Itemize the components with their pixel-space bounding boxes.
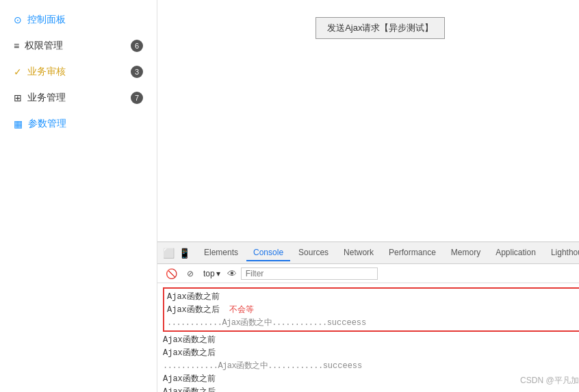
filter-input[interactable] [241,267,378,280]
success-text-6: succeess [323,361,363,371]
highlighted-console-group: Ajax函数之前 Ajax函数之后 不会等 ............Ajax函数… [163,287,579,332]
sidebar-label-params: 参数管理 [28,118,143,130]
dotted-text-6: ............Ajax函数之中............ [163,361,323,371]
permissions-badge: 6 [131,40,143,52]
not-wait-text: 不会等 [229,305,254,315]
console-line-3: ............Ajax函数之中............succeess [167,316,579,329]
sidebar-label-dashboard: 控制面板 [27,14,143,26]
console-line-2: Ajax函数之后 不会等 [167,303,579,316]
tab-elements[interactable]: Elements [197,245,245,261]
tab-performance[interactable]: Performance [382,245,443,261]
tab-application[interactable]: Application [489,245,543,261]
main-content: 发送Ajax请求【异步测试】 [157,0,579,241]
tab-lighthouse[interactable]: Lighthouse [544,245,579,261]
devtools-panel: ⬜ 📱 Elements Console Sources Network Per… [157,241,579,392]
console-line-8: Ajax函数之后 [163,385,579,392]
devtools-tabs-bar: ⬜ 📱 Elements Console Sources Network Per… [157,242,579,264]
audit-badge: 3 [131,66,143,78]
console-line-6: ............Ajax函数之中............succeess [163,359,579,372]
business-icon: ⊞ [14,92,22,103]
console-line-4: Ajax函数之前 [163,333,579,346]
sidebar-label-permissions: 权限管理 [25,40,131,52]
params-icon: ▦ [14,118,23,129]
top-label: top [203,269,215,278]
stop-icon[interactable]: ⊘ [184,267,196,280]
console-line-5: Ajax函数之后 [163,346,579,359]
eye-icon[interactable]: 👁 [227,268,237,279]
console-line-7: Ajax函数之前 [163,372,579,385]
tab-console[interactable]: Console [246,245,290,261]
devtools-icon-device[interactable]: 📱 [179,248,190,259]
dashboard-icon: ⊙ [14,14,22,25]
sidebar-item-dashboard[interactable]: ⊙ 控制面板 [0,7,157,33]
console-line-1: Ajax函数之前 [167,290,579,303]
sidebar: ⊙ 控制面板 ≡ 权限管理 6 ✓ 业务审核 3 ⊞ 业务管理 7 ▦ 参数管理 [0,0,157,392]
ajax-button-wrapper: 发送Ajax请求【异步测试】 [171,14,579,39]
devtools-toolbar: 🚫 ⊘ top ▾ 👁 [157,264,579,283]
sidebar-item-permissions[interactable]: ≡ 权限管理 6 [0,33,157,59]
sidebar-label-audit: 业务审核 [27,66,131,78]
context-selector[interactable]: top ▾ [201,268,223,279]
tab-memory[interactable]: Memory [444,245,487,261]
success-text-3: succeess [327,318,367,328]
devtools-tab-icons: ⬜ 📱 [163,248,190,259]
clear-console-icon[interactable]: 🚫 [163,267,180,280]
tab-network[interactable]: Network [337,245,381,261]
permissions-icon: ≡ [14,40,19,51]
sidebar-item-business[interactable]: ⊞ 业务管理 7 [0,85,157,111]
tab-sources[interactable]: Sources [292,245,335,261]
sidebar-label-business: 业务管理 [27,92,131,104]
sidebar-item-params[interactable]: ▦ 参数管理 [0,111,157,137]
audit-icon: ✓ [14,66,22,77]
chevron-down-icon: ▾ [216,269,220,278]
dotted-text-3: ............Ajax函数之中............ [167,318,327,328]
ajax-button[interactable]: 发送Ajax请求【异步测试】 [316,17,445,39]
sidebar-item-audit[interactable]: ✓ 业务审核 3 [0,59,157,85]
devtools-console: Ajax函数之前 Ajax函数之后 不会等 ............Ajax函数… [157,283,579,392]
business-badge: 7 [131,92,143,104]
devtools-icon-inspect[interactable]: ⬜ [163,248,175,259]
watermark: CSDN @平凡加班狗 [520,375,579,387]
